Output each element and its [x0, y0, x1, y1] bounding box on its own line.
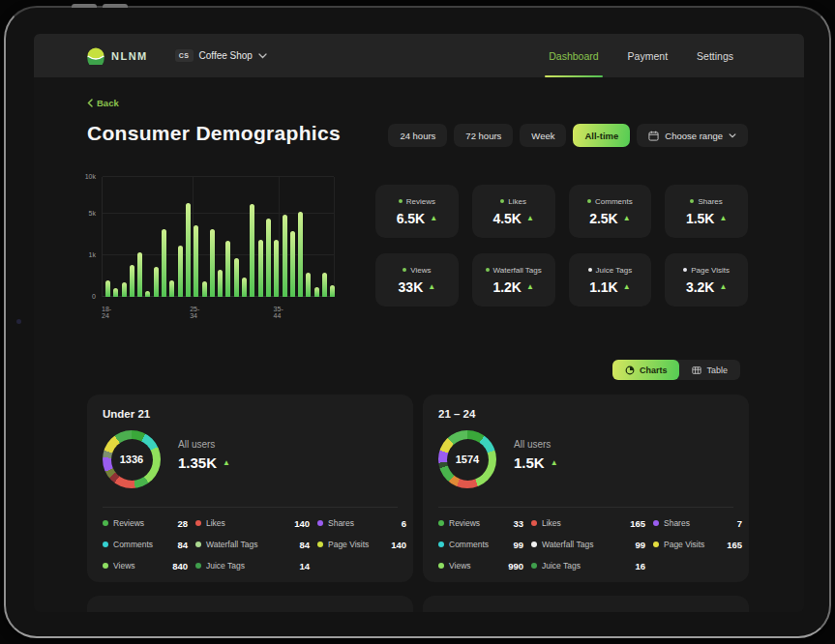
stat-card-waterfall-tags: Waterfall Tags1.2K▲ — [472, 253, 555, 307]
metric-value: 14 — [299, 561, 310, 571]
donut-center-value: 1574 — [447, 439, 489, 481]
bar — [169, 280, 174, 297]
trend-up-icon: ▲ — [428, 283, 435, 291]
stat-value: 1.5K▲ — [686, 211, 728, 226]
filter-24-hours[interactable]: 24 hours — [388, 124, 447, 147]
volume-down-button — [103, 4, 128, 8]
stat-label-text: Juice Tags — [596, 266, 633, 275]
bar — [283, 215, 287, 297]
metric-page-visits: Page Visits140 — [317, 539, 406, 550]
back-button[interactable]: Back — [87, 98, 119, 108]
filter-72-hours[interactable]: 72 hours — [454, 124, 513, 147]
metric-shares: Shares7 — [653, 517, 742, 529]
metric-label: Page Visits — [664, 540, 704, 549]
stat-label: Likes — [500, 197, 526, 206]
stat-label-text: Page Visits — [691, 266, 730, 275]
stat-label: Page Visits — [683, 266, 730, 275]
toggle-table[interactable]: Table — [679, 360, 740, 380]
bar — [322, 273, 327, 297]
metric-page-visits: Page Visits165 — [653, 539, 742, 550]
stat-card-likes: Likes4.5K▲ — [472, 185, 555, 238]
stat-label: Waterfall Tags — [486, 266, 542, 275]
toggle-charts[interactable]: Charts — [612, 360, 680, 380]
stat-value: 1.2K▲ — [492, 279, 534, 295]
time-filter-group: 24 hours72 hoursWeekAll-time — [388, 124, 630, 147]
bar — [194, 225, 198, 297]
brand-logo-icon — [87, 47, 104, 65]
y-tick-label: 10k — [82, 173, 96, 180]
metric-dot-icon — [653, 542, 659, 547]
view-toggle: Charts Table — [612, 360, 740, 380]
metric-value: 165 — [727, 540, 742, 550]
metric-comments: Comments84 — [103, 539, 188, 550]
all-users: All users1.35K▲ — [178, 439, 230, 471]
metric-dot-icon — [531, 542, 537, 547]
metric-likes: Likes140 — [195, 517, 310, 529]
stat-card-shares: Shares1.5K▲ — [665, 185, 748, 238]
tab-settings[interactable]: Settings — [682, 34, 748, 77]
stat-value: 4.5K▲ — [492, 211, 534, 226]
org-switcher[interactable]: CS Coffee Shop — [175, 49, 267, 62]
filter-week[interactable]: Week — [520, 124, 566, 147]
metric-label: Comments — [113, 540, 153, 549]
tab-dashboard[interactable]: Dashboard — [534, 34, 612, 77]
stat-value-text: 2.5K — [589, 211, 618, 226]
stat-label: Comments — [587, 197, 633, 206]
stat-label: Shares — [690, 197, 722, 206]
stat-dot-icon — [690, 199, 694, 203]
donut-ring: 1574 — [438, 430, 496, 488]
metric-dot-icon — [103, 542, 108, 547]
bar — [122, 282, 127, 297]
stat-label: Views — [403, 266, 431, 275]
bar — [218, 270, 223, 297]
stat-dot-icon — [683, 268, 687, 272]
bar — [274, 240, 279, 297]
metric-dot-icon — [438, 563, 444, 569]
trend-up-icon: ▲ — [719, 215, 727, 222]
segment-card-under-21: Under 211336All users1.35K▲Reviews28Like… — [87, 395, 413, 582]
choose-range-button[interactable]: Choose range — [637, 124, 748, 147]
bar — [105, 280, 110, 297]
all-users-value: 1.5K▲ — [514, 454, 558, 471]
bar — [314, 287, 319, 297]
back-label: Back — [97, 98, 119, 108]
bar — [113, 288, 118, 297]
toggle-table-label: Table — [706, 366, 728, 375]
bar — [178, 246, 183, 297]
stat-card-juice-tags: Juice Tags1.1K▲ — [569, 253, 652, 307]
tablet-frame: NLNM CS Coffee Shop DashboardPaymentSett… — [4, 6, 831, 638]
segment-card-21-24: 21 – 241574All users1.5K▲Reviews33Likes1… — [423, 395, 749, 582]
bar — [266, 219, 271, 297]
metric-waterfall-tags: Waterfall Tags84 — [195, 539, 310, 550]
stat-value-text: 33K — [399, 279, 424, 295]
metric-label: Waterfall Tags — [542, 540, 593, 549]
metric-dot-icon — [317, 542, 323, 547]
segment-title: Under 21 — [103, 408, 398, 420]
bar — [298, 212, 303, 297]
metric-dot-icon — [103, 563, 108, 569]
metrics-grid: Reviews28Likes140Shares6Comments84Waterf… — [103, 517, 398, 571]
stat-label-text: Shares — [698, 197, 722, 206]
metric-label: Waterfall Tags — [206, 540, 257, 549]
stat-value: 33K▲ — [399, 279, 436, 295]
filter-label: 72 hours — [465, 131, 501, 141]
metric-reviews: Reviews33 — [438, 517, 523, 529]
metric-shares: Shares6 — [317, 517, 406, 529]
divider — [438, 507, 733, 508]
metric-label: Page Visits — [328, 540, 369, 549]
filter-all-time[interactable]: All-time — [573, 124, 630, 147]
bar-series — [103, 177, 334, 297]
donut-chart: 1336 — [103, 430, 161, 488]
trend-up-icon: ▲ — [623, 215, 631, 222]
org-badge: CS — [175, 49, 194, 62]
segment-cards: Under 211336All users1.35K▲Reviews28Like… — [87, 395, 749, 582]
all-users-label: All users — [178, 439, 230, 450]
trend-up-icon: ▲ — [526, 283, 534, 291]
page-title: Consumer Demographics — [87, 122, 341, 145]
all-users-value: 1.35K▲ — [178, 454, 230, 471]
tab-payment[interactable]: Payment — [613, 34, 682, 77]
bar — [234, 258, 239, 297]
metric-dot-icon — [653, 520, 659, 526]
x-tick-label: 25-34 — [190, 306, 199, 319]
metric-likes: Likes165 — [531, 517, 645, 529]
